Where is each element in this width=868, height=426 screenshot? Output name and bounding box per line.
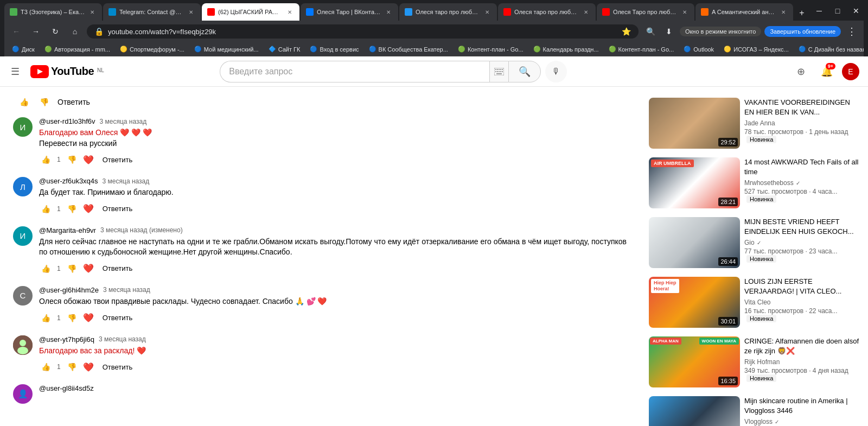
bookmark-disk-icon: 🔵 xyxy=(12,46,20,53)
tab-close-4[interactable]: ✕ xyxy=(384,8,393,16)
comment-dislike-button[interactable]: 👎 xyxy=(65,311,79,325)
tab-close-8[interactable]: ✕ xyxy=(779,8,788,16)
browser-tab-1[interactable]: Т3 (Эзотерика) – Екатер... ✕ xyxy=(4,3,102,21)
bookmark-gk[interactable]: 🔷 Сайт ГК xyxy=(265,44,304,54)
comment-like-button[interactable]: 👍 xyxy=(39,360,53,373)
comment-author[interactable]: @user-zf6uk3xq4s xyxy=(39,177,98,185)
comment-actions: 👍 1 👎 ❤️ Ответить xyxy=(39,153,627,166)
sidebar-video-item[interactable]: 29:52 VAKANTIE VOORBEREIDINGEN EN HIER B… xyxy=(647,96,861,151)
bookmark-outlook[interactable]: 🔵 Outlook xyxy=(680,44,717,54)
sidebar-video-item[interactable]: 26:44 MIJN BESTE VRIEND HEEFT EINDELIJK … xyxy=(647,215,861,270)
bookmark-design[interactable]: 🔵 C Дизайн без назван... xyxy=(795,44,864,54)
svg-rect-11 xyxy=(500,71,501,72)
bookmark-calendar[interactable]: 🟢 Календарь праздн... xyxy=(530,44,602,54)
svg-rect-13 xyxy=(496,73,502,74)
like-button-top[interactable]: 👍 xyxy=(17,96,31,109)
reply-button[interactable]: Ответить xyxy=(98,202,137,215)
bookmark-sport[interactable]: 🟡 Спортмедфорум -... xyxy=(117,44,188,54)
video-title: Mijn skincare routine in Amerika | Vlogg… xyxy=(744,396,859,416)
tab-close-2[interactable]: ✕ xyxy=(187,8,195,16)
comment-author[interactable]: @user-rd1lo3hf6v xyxy=(39,117,95,125)
reply-button[interactable]: Ответить xyxy=(98,154,137,166)
address-bar[interactable]: 🔒 youtube.com/watch?v=fIseqbjz29k ⭐ xyxy=(87,24,639,39)
heart-icon: ❤️ xyxy=(83,362,94,372)
tab-close-6[interactable]: ✕ xyxy=(582,8,590,16)
bookmark-auth[interactable]: 🟢 Авторизация - mm... xyxy=(41,44,113,54)
comment-header: @user-gl6hi4hm2e 3 месяца назад xyxy=(39,286,627,294)
dislike-button-top[interactable]: 👎 xyxy=(37,96,51,109)
browser-tab-2[interactable]: Telegram: Contact @gips... ✕ xyxy=(103,3,201,21)
comment-like-button[interactable]: 👍 xyxy=(39,153,53,166)
sidebar-video-item[interactable]: 11:45 Mijn skincare routine in Amerika |… xyxy=(647,394,861,426)
comment-like-count: 1 xyxy=(57,363,61,371)
new-badge: Новинка xyxy=(746,374,776,382)
bookmark-vk[interactable]: 🔵 ВК Сообщества Екатер... xyxy=(366,44,451,54)
notifications-button[interactable]: 🔔 9+ xyxy=(816,61,838,82)
video-meta: 16 тыс. просмотров · 22 часа... Новинка xyxy=(744,307,859,322)
tab-close-5[interactable]: ✕ xyxy=(483,8,492,16)
reply-button[interactable]: Ответить xyxy=(98,361,137,373)
search-button[interactable]: 🔍 xyxy=(508,61,541,82)
comment-like-button[interactable]: 👍 xyxy=(39,202,53,215)
sidebar-video-item[interactable]: Hiep HiepHoera! 30:01 LOUIS ZIJN EERSTE … xyxy=(647,275,861,330)
browser-tab-8[interactable]: A Семантический анализ т... ✕ xyxy=(695,3,793,21)
reply-button[interactable]: Ответить xyxy=(98,262,137,275)
comment-dislike-button[interactable]: 👎 xyxy=(65,153,79,166)
svg-rect-6 xyxy=(500,69,501,70)
bookmark-disk[interactable]: 🔵 Диск xyxy=(9,44,38,54)
bookmark-med[interactable]: 🔵 Мой медицинский... xyxy=(191,44,262,54)
bookmark-serv[interactable]: 🔵 Вход в сервис xyxy=(307,44,362,54)
browser-tab-3[interactable]: (62) ЦЫГАСКИЙ РАСКЛА... ✕ xyxy=(202,3,299,21)
video-thumbnail: AIR UMBRELLA 28:21 xyxy=(649,157,740,208)
bookmark-content2-icon: 🟢 xyxy=(609,46,616,53)
reload-button[interactable]: ↻ xyxy=(48,24,63,39)
browser-tab-5[interactable]: Олеся таро про любовь... ✕ xyxy=(399,3,497,21)
bookmark-auth-icon: 🟢 xyxy=(44,46,52,53)
bookmark-isogaz[interactable]: 🟡 ИСОГАЗ – Яндекс... xyxy=(720,44,792,54)
home-button[interactable]: ⌂ xyxy=(67,24,82,39)
notification-count: 9+ xyxy=(826,63,835,69)
comment-author[interactable]: @Margarita-eh9vr xyxy=(39,226,96,234)
search-bar: 🔍 🎙 xyxy=(220,61,567,82)
comment-dislike-button[interactable]: 👎 xyxy=(65,360,79,373)
update-button[interactable]: Завершить обновление xyxy=(764,26,841,37)
reply-label: Ответить xyxy=(58,98,90,106)
voice-search-button[interactable]: 🎙 xyxy=(545,61,567,82)
browser-menu-button[interactable]: ⋮ xyxy=(844,24,859,39)
comment-author[interactable]: @user-yt7hp6ji6q xyxy=(39,335,94,344)
create-button[interactable]: ⊕ xyxy=(790,61,812,82)
comment-dislike-button[interactable]: 👎 xyxy=(65,202,79,215)
bookmark-content1[interactable]: 🟢 Контент-план - Go... xyxy=(455,44,527,54)
youtube-logo[interactable]: YouTube NL xyxy=(30,65,104,78)
menu-button[interactable]: ☰ xyxy=(9,63,22,80)
search-input[interactable] xyxy=(220,61,489,82)
sidebar-video-item[interactable]: ALPHA MAN WOON EN MAYA 16:35 CRINGE: Alf… xyxy=(647,334,861,390)
browser-tab-4[interactable]: Олеся Таро | ВКонтакте ✕ xyxy=(301,3,398,21)
comment-like-button[interactable]: 👍 xyxy=(39,311,53,325)
browser-tab-6[interactable]: Олеся таро про любовь... ✕ xyxy=(498,3,596,21)
close-browser-button[interactable]: ✕ xyxy=(848,3,864,18)
comment-author[interactable]: @user-gl6hi4hm2e xyxy=(39,286,99,294)
comment-dislike-button[interactable]: 👎 xyxy=(65,262,79,275)
avatar[interactable]: E xyxy=(842,63,859,80)
comment-like-button[interactable]: 👍 xyxy=(39,262,53,275)
thumbs-down-icon: 👎 xyxy=(67,363,76,371)
back-button[interactable]: ← xyxy=(9,24,24,39)
sidebar-video-item[interactable]: AIR UMBRELLA 28:21 14 most AWKWARD Tech … xyxy=(647,155,861,211)
comment-item: И @user-rd1lo3hf6v 3 месяца назад Благод… xyxy=(13,117,627,166)
comment-author[interactable]: @user-gl8ii4sd5z xyxy=(39,384,94,392)
browser-tab-7[interactable]: Олеся Таро про любовь... ✕ xyxy=(597,3,694,21)
comment-text: Да будет так. Принимаю и благодарю. xyxy=(39,187,627,198)
forward-button[interactable]: → xyxy=(28,24,43,39)
new-tab-button[interactable]: + xyxy=(794,5,809,21)
minimize-button[interactable]: ─ xyxy=(812,3,827,18)
bookmark-content2[interactable]: 🟢 Контент-план - Go... xyxy=(605,44,678,54)
browser-download-button[interactable]: ⬇ xyxy=(661,24,676,39)
tab-close-7[interactable]: ✕ xyxy=(680,8,689,16)
avatar: И xyxy=(13,117,33,137)
reply-button[interactable]: Ответить xyxy=(98,311,137,324)
tab-close-3[interactable]: ✕ xyxy=(285,8,294,16)
maximize-button[interactable]: □ xyxy=(830,3,845,18)
browser-search-button[interactable]: 🔍 xyxy=(643,24,658,39)
tab-close-1[interactable]: ✕ xyxy=(88,8,97,16)
